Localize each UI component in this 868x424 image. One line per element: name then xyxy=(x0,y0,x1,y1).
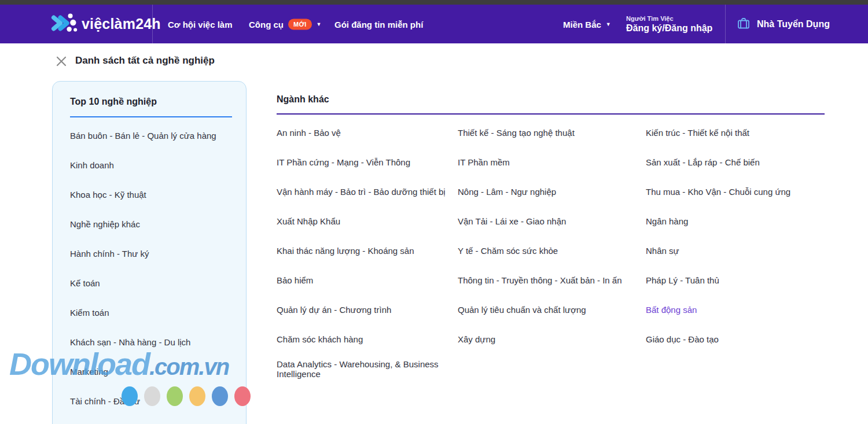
industry-item-san-xuat[interactable]: Sản xuất - Lắp ráp - Chế biến xyxy=(646,148,819,177)
industry-item-bat-dong-san[interactable]: Bất động sản xyxy=(646,295,819,325)
industry-item-bao-hiem[interactable]: Bảo hiểm xyxy=(277,266,450,295)
industry-item-van-tai[interactable]: Vận Tải - Lái xe - Giao nhận xyxy=(458,207,640,236)
industry-item-ngan-hang[interactable]: Ngân hàng xyxy=(646,207,819,236)
industry-item-y-te[interactable]: Y tế - Chăm sóc sức khỏe xyxy=(458,236,640,266)
sidebar-item-tai-chinh[interactable]: Tài chính - Đầu tư xyxy=(70,386,234,416)
top10-list: Bán buôn - Bán lẻ - Quản lý cửa hàng Kin… xyxy=(70,121,234,416)
nav-label: Công cụ xyxy=(249,19,284,29)
top10-title: Top 10 nghề nghiệp xyxy=(70,97,234,107)
header-divider xyxy=(152,5,153,43)
nav-job-opportunities[interactable]: Cơ hội việc làm xyxy=(168,19,233,29)
sidebar-item-ke-toan[interactable]: Kế toán xyxy=(70,268,234,298)
header-divider xyxy=(725,5,726,43)
site-logo[interactable]: việclàm24h xyxy=(51,12,161,37)
region-label: Miền Bắc xyxy=(563,19,601,29)
industry-item-thong-tin[interactable]: Thông tin - Truyền thông - Xuất bản - In… xyxy=(458,266,640,295)
chevron-down-icon: ▼ xyxy=(317,21,322,27)
briefcase-icon xyxy=(736,16,751,32)
industry-item-an-ninh[interactable]: An ninh - Bảo vệ xyxy=(277,118,450,148)
industry-item-giao-duc[interactable]: Giáo dục - Đào tạo xyxy=(646,325,819,354)
sidebar-item-kiem-toan[interactable]: Kiểm toán xyxy=(70,298,234,327)
browser-top-strip xyxy=(0,0,868,5)
login-register-button[interactable]: Người Tìm Việc Đăng ký/Đăng nhập xyxy=(626,15,712,34)
close-icon[interactable] xyxy=(54,54,68,68)
region-selector[interactable]: Miền Bắc ▼ xyxy=(563,19,611,29)
nav-free-posting[interactable]: Gói đăng tin miễn phí xyxy=(334,19,423,29)
industry-item-phap-ly[interactable]: Pháp Lý - Tuân thủ xyxy=(646,266,819,295)
industry-item-it-phan-cung[interactable]: IT Phần cứng - Mạng - Viễn Thông xyxy=(277,148,450,177)
other-industries-section: Ngành khác An ninh - Bảo vệ IT Phần cứng… xyxy=(277,94,825,118)
nav-label: Gói đăng tin miễn phí xyxy=(334,19,423,29)
page: việclàm24h Cơ hội việc làm Công cụ MỚI ▼… xyxy=(0,0,868,424)
employer-label: Nhà Tuyển Dụng xyxy=(757,19,830,30)
industry-item-quan-ly-du-an[interactable]: Quản lý dự án - Chương trình xyxy=(277,295,450,325)
industry-item-it-phan-mem[interactable]: IT Phần mềm xyxy=(458,148,640,177)
page-title: Danh sách tất cả nghề nghiệp xyxy=(75,55,215,67)
industries-column-3: Kiến trúc - Thiết kế nội thất Sản xuất -… xyxy=(646,118,819,354)
new-badge: MỚI xyxy=(288,19,312,30)
logo-text: việclàm24h xyxy=(82,16,161,32)
industry-item-quan-ly-tieu-chuan[interactable]: Quản lý tiêu chuẩn và chất lượng xyxy=(458,295,640,325)
job-seeker-label: Người Tìm Việc xyxy=(626,15,712,22)
industry-item-xay-dung[interactable]: Xây dựng xyxy=(458,325,640,354)
industry-item-nong-lam-ngu[interactable]: Nông - Lâm - Ngư nghiệp xyxy=(458,177,640,207)
industry-item-xuat-nhap-khau[interactable]: Xuất Nhập Khẩu xyxy=(277,207,450,236)
other-industries-underline xyxy=(277,113,825,115)
industry-item-cham-soc-kh[interactable]: Chăm sóc khách hàng xyxy=(277,325,450,354)
sidebar-item-khoa-hoc[interactable]: Khoa học - Kỹ thuật xyxy=(70,180,234,209)
sidebar-item-kinh-doanh[interactable]: Kinh doanh xyxy=(70,150,234,180)
other-industries-title: Ngành khác xyxy=(277,94,825,105)
industry-item-kien-truc[interactable]: Kiến trúc - Thiết kế nội thất xyxy=(646,118,819,148)
main-header: việclàm24h Cơ hội việc làm Công cụ MỚI ▼… xyxy=(0,5,868,43)
nav-label: Cơ hội việc làm xyxy=(168,19,233,29)
vieclam24h-logo-icon xyxy=(51,12,78,37)
chevron-down-icon: ▼ xyxy=(606,21,611,27)
industries-column-2: Thiết kế - Sáng tạo nghệ thuật IT Phần m… xyxy=(458,118,640,354)
industry-item-thu-mua[interactable]: Thu mua - Kho Vận - Chuỗi cung ứng xyxy=(646,177,819,207)
top10-underline xyxy=(70,116,232,117)
sidebar-item-ban-buon[interactable]: Bán buôn - Bán lẻ - Quản lý cửa hàng xyxy=(70,121,234,150)
sidebar-item-khach-san[interactable]: Khách sạn - Nhà hàng - Du lịch xyxy=(70,327,234,357)
industries-column-1: An ninh - Bảo vệ IT Phần cứng - Mạng - V… xyxy=(277,118,450,384)
employer-button[interactable]: Nhà Tuyển Dụng xyxy=(736,16,830,32)
sidebar-item-marketing[interactable]: Marketing xyxy=(70,357,234,386)
top10-panel: Top 10 nghề nghiệp Bán buôn - Bán lẻ - Q… xyxy=(52,81,247,424)
sidebar-item-hanh-chinh[interactable]: Hành chính - Thư ký xyxy=(70,239,234,268)
industry-item-thiet-ke[interactable]: Thiết kế - Sáng tạo nghệ thuật xyxy=(458,118,640,148)
industry-item-van-hanh-may[interactable]: Vận hành máy - Bảo trì - Bảo dưỡng thiết… xyxy=(277,177,450,207)
industry-item-khai-thac[interactable]: Khai thác năng lượng - Khoáng sản xyxy=(277,236,450,266)
nav-tools[interactable]: Công cụ MỚI ▼ xyxy=(249,19,321,30)
sidebar-item-nghe-nghiep-khac[interactable]: Nghề nghiệp khác xyxy=(70,209,234,239)
auth-label: Đăng ký/Đăng nhập xyxy=(626,23,712,34)
industry-item-nhan-su[interactable]: Nhân sự xyxy=(646,236,819,266)
industry-item-data-analytics[interactable]: Data Analytics - Warehousing, & Business… xyxy=(277,354,450,384)
